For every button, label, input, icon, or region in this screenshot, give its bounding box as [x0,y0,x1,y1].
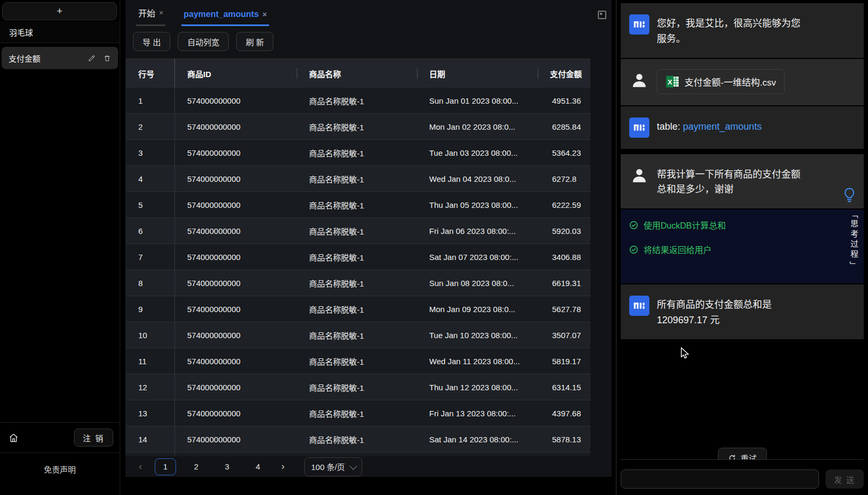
home-icon[interactable] [6,431,20,444]
cell-amount: 5819.17 [538,348,590,374]
bracket-top: 「 [850,211,858,219]
cell-product-id: 574000000000 [175,114,297,139]
cell-amount: 6314.15 [538,374,590,400]
maximize-icon[interactable] [598,11,606,19]
cell-product-id: 574000000000 [175,166,297,191]
message-list: 您好，我是艾比，很高兴能够为您 服务。 X [621,3,864,460]
chat-input[interactable] [621,469,819,489]
attached-file-chip[interactable]: X 支付金额-一维结构.csv [657,69,784,94]
cell-date: Fri Jan 13 2023 08:00:... [417,400,538,426]
bot-answer-message: 所有商品的支付金额总和是 1209697.17 元 [621,284,864,339]
cell-product-name: 商品名称脱敏-1 [297,270,417,296]
lightbulb-icon[interactable] [842,187,856,203]
cell-product-name: 商品名称脱敏-1 [297,88,417,113]
table-link[interactable]: payment_amounts [683,121,762,132]
table-row[interactable]: 8 574000000000 商品名称脱敏-1 Sun Jan 08 2023 … [126,270,590,296]
cell-rowno: 3 [126,140,175,165]
thinking-step: 将结果返回给用户 [629,243,832,256]
cell-date: Mon Jan 09 2023 08:0... [417,296,538,322]
cell-rowno: 12 [126,374,175,400]
cell-rowno: 1 [126,88,175,113]
table-row[interactable]: 5 574000000000 商品名称脱敏-1 Thu Jan 05 2023 … [126,191,590,217]
page-3[interactable]: 3 [216,458,238,475]
table-row[interactable]: 2 574000000000 商品名称脱敏-1 Mon Jan 02 2023 … [126,113,590,139]
table-row[interactable]: 6 574000000000 商品名称脱敏-1 Fri Jan 06 2023 … [126,217,590,244]
table-row[interactable]: 1 574000000000 商品名称脱敏-1 Sun Jan 01 2023 … [126,88,590,113]
table-row[interactable]: 13 574000000000 商品名称脱敏-1 Fri Jan 13 2023… [126,400,590,426]
table-row[interactable]: 9 574000000000 商品名称脱敏-1 Mon Jan 09 2023 … [126,296,590,322]
cell-product-name: 商品名称脱敏-1 [297,296,417,322]
export-button[interactable]: 导 出 [133,32,170,51]
cell-product-id: 574000000000 [175,400,297,426]
delete-icon[interactable] [103,54,111,62]
cell-product-name: 商品名称脱敏-1 [297,166,417,191]
page-4[interactable]: 4 [247,458,269,475]
cell-date: Sun Jan 08 2023 08:0... [417,270,538,296]
cell-product-name: 商品名称脱敏-1 [297,218,417,244]
column-header-name[interactable]: 商品名称 [297,59,417,88]
table-row[interactable]: 10 574000000000 商品名称脱敏-1 Tue Jan 10 2023… [126,322,590,348]
refresh-button[interactable]: 刷 新 [236,32,273,51]
page-2[interactable]: 2 [186,458,207,475]
close-icon[interactable]: × [159,9,163,17]
table-row[interactable]: 15 574000000000 商品名称脱敏-1 Sun Jan 15 2023… [126,452,590,456]
cell-amount: 6272.8 [538,166,590,191]
table-row[interactable]: 11 574000000000 商品名称脱敏-1 Wed Jan 11 2023… [126,348,590,374]
cell-product-name: 商品名称脱敏-1 [297,452,417,456]
tab-start[interactable]: 开始 × [136,6,165,26]
cell-date: Sat Jan 14 2023 08:00:... [417,426,538,452]
page-size-select[interactable]: 100 条/页 [304,457,362,476]
cell-product-id: 574000000000 [175,244,297,270]
bot-greeting-message: 您好，我是艾比，很高兴能够为您 服务。 [621,3,864,58]
cell-amount: 6222.59 [538,192,590,217]
cell-rowno: 15 [126,452,175,456]
table-row[interactable]: 4 574000000000 商品名称脱敏-1 Wed Jan 04 2023 … [126,165,590,191]
bot-table-text: table: payment_amounts [657,118,762,138]
autofit-button[interactable]: 自动列宽 [178,32,229,51]
bot-avatar-icon [629,118,649,138]
close-icon[interactable]: × [263,10,267,19]
assistant-panel: 您好，我是艾比，很高兴能够为您 服务。 X [616,0,868,495]
retry-button[interactable]: 重试 [717,448,766,460]
cell-rowno: 4 [126,166,175,191]
page-1[interactable]: 1 [155,458,176,475]
sidebar: + 羽毛球 支付金额 注 销 免责声明 [0,0,120,495]
sidebar-item-dataset[interactable]: 支付金额 [2,47,118,69]
column-header-rowno[interactable]: 行号 [126,59,175,88]
bot-avatar-icon [629,14,649,35]
logout-button[interactable]: 注 销 [74,429,113,447]
cell-amount: 3952.93 [538,452,590,456]
chat-input-row: 发 送 [621,460,864,489]
chevron-down-icon [350,462,357,469]
table-row[interactable]: 3 574000000000 商品名称脱敏-1 Tue Jan 03 2023 … [126,139,590,165]
send-button[interactable]: 发 送 [825,469,864,489]
column-header-date[interactable]: 日期 [417,59,538,88]
cell-product-id: 574000000000 [175,192,297,217]
column-header-id[interactable]: 商品ID [175,59,297,88]
cell-amount: 4397.68 [538,400,590,426]
cell-date: Mon Jan 02 2023 08:0... [417,114,538,139]
cell-amount: 5920.03 [538,218,590,244]
file-name: 支付金额-一维结构.csv [685,75,776,88]
next-page-icon[interactable]: › [276,459,290,474]
table-row[interactable]: 7 574000000000 商品名称脱敏-1 Sat Jan 07 2023 … [126,244,590,270]
disclaimer-link[interactable]: 免责声明 [0,464,120,475]
table-row[interactable]: 14 574000000000 商品名称脱敏-1 Sat Jan 14 2023… [126,426,590,452]
pagination: ‹ 1 2 3 4 › 100 条/页 [126,456,612,477]
edit-icon[interactable] [87,54,96,62]
workspace-row[interactable]: 羽毛球 [0,21,120,43]
add-dataset-button[interactable]: + [2,2,117,20]
cell-product-name: 商品名称脱敏-1 [297,400,417,426]
prev-page-icon[interactable]: ‹ [133,459,148,474]
tab-payment-amounts[interactable]: payment_amounts × [181,10,269,26]
cell-product-id: 574000000000 [175,218,297,244]
refresh-icon [728,454,736,460]
workspace-name: 羽毛球 [9,27,33,38]
cell-date: Sun Jan 15 2023 08:00... [417,452,538,456]
table-body: 1 574000000000 商品名称脱敏-1 Sun Jan 01 2023 … [126,88,590,456]
column-header-amount[interactable]: 支付金额 [538,59,590,88]
plus-icon: + [56,5,62,17]
cell-date: Thu Jan 05 2023 08:00... [417,192,538,217]
table-row[interactable]: 12 574000000000 商品名称脱敏-1 Thu Jan 12 2023… [126,374,590,400]
thinking-step-text: 将结果返回给用户 [644,243,712,256]
